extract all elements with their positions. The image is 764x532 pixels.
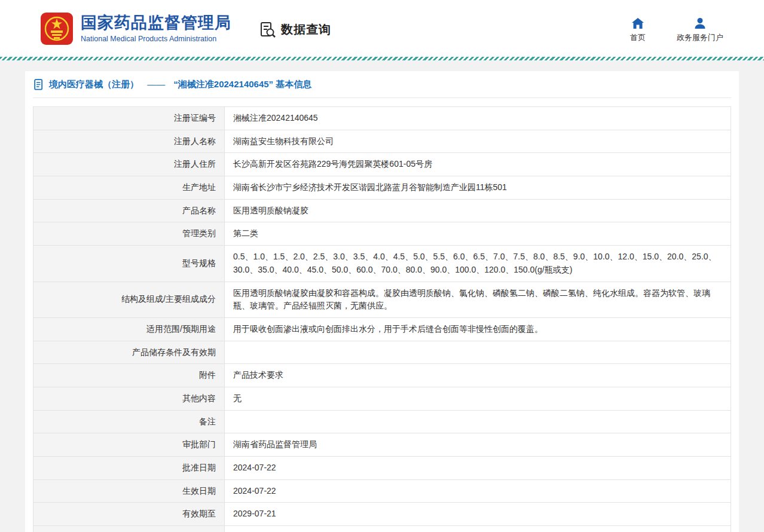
table-row: 型号规格 0.5、1.0、1.5、2.0、2.5、3.0、3.5、4.0、4.5… (33, 246, 731, 282)
row-label: 型号规格 (33, 246, 225, 282)
table-row: 注册人住所 长沙高新开发区谷苑路229号海凭园聚英楼601-05号房 (33, 153, 731, 176)
registration-table-body: 注册证编号 湘械注准20242140645 注册人名称 湖南益安生物科技有限公司… (33, 107, 731, 532)
row-label: 有效期至 (33, 503, 225, 526)
row-value: 2024-07-22 (225, 457, 731, 480)
page-title-detail: “湘械注准20242140645” 基本信息 (173, 79, 311, 89)
row-label: 注册人住所 (33, 153, 225, 176)
org-name-cn: 国家药品监督管理局 (81, 14, 231, 32)
table-row: 适用范围/预期用途 用于吸收创面渗出液或向创面排出水分，用于手术后缝合创面等非慢… (33, 317, 731, 341)
row-value: 长沙高新开发区谷苑路229号海凭园聚英楼601-05号房 (225, 153, 731, 176)
site-header: 国家药品监督管理局 National Medical Products Admi… (0, 0, 764, 57)
row-label: 产品储存条件及有效期 (33, 341, 225, 364)
nav-home-label: 首页 (630, 32, 646, 43)
row-label: 管理类别 (33, 222, 225, 246)
table-row: 有效期至 2029-07-21 (33, 503, 731, 526)
row-label: 生效日期 (33, 479, 225, 503)
home-icon (631, 17, 644, 29)
table-row: 批准日期 2024-07-22 (33, 457, 731, 480)
user-icon (694, 17, 706, 29)
table-row: 其他内容 无 (33, 387, 731, 410)
row-label: 批准日期 (33, 457, 225, 480)
row-value: 第二类 (225, 222, 731, 246)
table-row: 管理类别 第二类 (33, 222, 731, 246)
doc-search-icon (259, 21, 277, 39)
row-value: 无 (225, 387, 731, 410)
teal-hatched-divider (0, 57, 764, 60)
row-label: 附件 (33, 364, 225, 387)
table-row: 生产地址 湖南省长沙市宁乡经济技术开发区谐园北路蓝月谷智能制造产业园11栋501 (33, 176, 731, 200)
row-label: 其他内容 (33, 387, 225, 410)
nav-item-portal[interactable]: 政务服务门户 (677, 17, 723, 43)
header-nav: 首页 政务服务门户 (630, 17, 723, 43)
row-value (225, 341, 731, 364)
row-label: 结构及组成/主要组成成分 (33, 282, 225, 317)
row-label: 注册证编号 (33, 107, 225, 130)
nav-portal-label: 政务服务门户 (677, 32, 723, 43)
org-name-en: National Medical Products Administration (81, 35, 231, 43)
file-icon (34, 79, 44, 90)
row-value: 湖南益安生物科技有限公司 (225, 130, 731, 153)
row-label: 生产地址 (33, 176, 225, 200)
page-title-dash: —— (147, 79, 165, 89)
table-row: 附件 产品技术要求 (33, 364, 731, 387)
row-label: 备注 (33, 410, 225, 433)
row-value: 产品技术要求 (225, 364, 731, 387)
row-value: 2029-07-21 (225, 503, 731, 526)
table-row: 注册人名称 湖南益安生物科技有限公司 (33, 130, 731, 153)
row-value: 2024-07-22 (225, 479, 731, 503)
page-title-category: 境内医疗器械（注册） (49, 79, 139, 89)
table-row: 结构及组成/主要组成成分 医用透明质酸钠凝胶由凝胶和容器构成。凝胶由透明质酸钠、… (33, 282, 731, 317)
row-label: 产品名称 (33, 199, 225, 222)
section-title: 数据查询 (281, 22, 331, 38)
nav-item-home[interactable]: 首页 (630, 17, 646, 43)
row-label: 变更情况 (33, 526, 225, 532)
data-query-heading: 数据查询 (259, 21, 331, 39)
page-title-row: 境内医疗器械（注册） —— “湘械注准20242140645” 基本信息 (33, 71, 731, 98)
row-value (225, 526, 731, 532)
table-row: 审批部门 湖南省药品监督管理局 (33, 433, 731, 457)
row-value: 医用透明质酸钠凝胶 (225, 199, 731, 222)
row-value (225, 410, 731, 433)
row-value: 用于吸收创面渗出液或向创面排出水分，用于手术后缝合创面等非慢性创面的覆盖。 (225, 317, 731, 341)
row-label: 审批部门 (33, 433, 225, 457)
national-emblem-icon (41, 13, 73, 45)
table-row: 注册证编号 湘械注准20242140645 (33, 107, 731, 130)
content-card: 境内医疗器械（注册） —— “湘械注准20242140645” 基本信息 注册证… (25, 71, 739, 532)
table-row: 产品名称 医用透明质酸钠凝胶 (33, 199, 731, 222)
registration-table: 注册证编号 湘械注准20242140645 注册人名称 湖南益安生物科技有限公司… (33, 106, 731, 532)
table-row: 产品储存条件及有效期 (33, 341, 731, 364)
page-title: 境内医疗器械（注册） —— “湘械注准20242140645” 基本信息 (49, 79, 311, 90)
row-value: 湖南省长沙市宁乡经济技术开发区谐园北路蓝月谷智能制造产业园11栋501 (225, 176, 731, 200)
row-value: 医用透明质酸钠凝胶由凝胶和容器构成。凝胶由透明质酸钠、氯化钠、磷酸氢二钠、磷酸二… (225, 282, 731, 317)
row-value: 0.5、1.0、1.5、2.0、2.5、3.0、3.5、4.0、4.5、5.0、… (225, 246, 731, 282)
table-row: 变更情况 (33, 526, 731, 532)
row-label: 适用范围/预期用途 (33, 317, 225, 341)
table-row: 生效日期 2024-07-22 (33, 479, 731, 503)
row-value: 湘械注准20242140645 (225, 107, 731, 130)
table-row: 备注 (33, 410, 731, 433)
brand-logo-block[interactable]: 国家药品监督管理局 National Medical Products Admi… (41, 13, 231, 45)
row-label: 注册人名称 (33, 130, 225, 153)
row-value: 湖南省药品监督管理局 (225, 433, 731, 457)
